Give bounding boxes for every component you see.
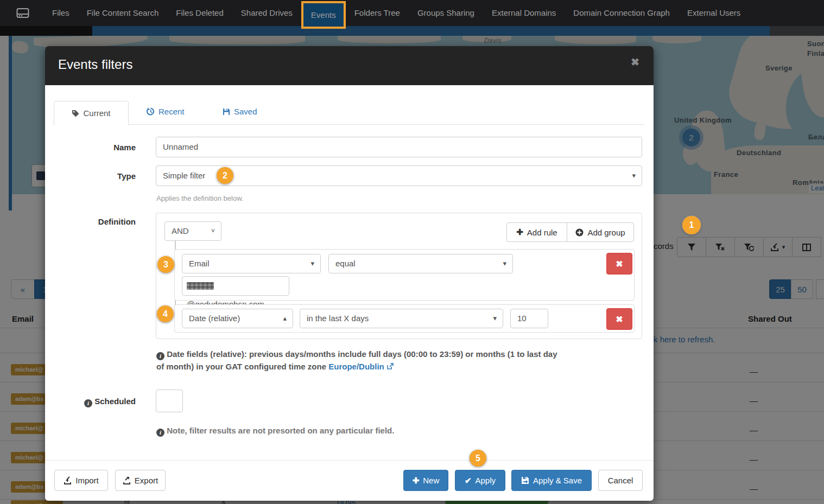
scheduled-label-text: Scheduled: [94, 397, 136, 406]
nav-item-domain-connection-graph[interactable]: Domain Connection Graph: [565, 0, 679, 26]
tab-saved[interactable]: Saved: [223, 107, 257, 116]
external-link-icon: [386, 363, 394, 370]
import-label: Import: [75, 476, 99, 485]
tab-label: Current: [83, 109, 110, 118]
info-line-2: of month) in your GAT configured time zo…: [156, 362, 326, 371]
name-input[interactable]: Unnamed: [156, 137, 642, 157]
annotation-step-1: 1: [682, 216, 701, 234]
annotation-step-4: 4: [157, 305, 174, 322]
rule-field-value: Email: [189, 259, 210, 268]
apply-button[interactable]: ✔ Apply: [455, 470, 505, 491]
rule-value-input[interactable]: @gedudemobsn.com: [182, 276, 289, 296]
type-help-text: Applies the definition below.: [156, 194, 243, 202]
nav-item-files[interactable]: Files: [43, 0, 78, 26]
note-text-content: Note, filter results are not presorted o…: [167, 426, 394, 435]
combinator-value: AND: [172, 226, 189, 235]
redacted-text: [187, 282, 214, 290]
new-label: New: [423, 476, 439, 485]
rule-field-select[interactable]: Email ▾: [182, 254, 321, 273]
add-group-label: Add group: [587, 228, 625, 237]
export-icon: [123, 476, 131, 484]
screen: Davis Suomi Finland Sverige United Kingd…: [0, 0, 824, 504]
hard-drive-icon[interactable]: [16, 8, 29, 18]
plus-icon: ✚: [413, 476, 420, 486]
cancel-label: Cancel: [608, 476, 633, 485]
rule-operator-select[interactable]: in the last X days ▾: [300, 309, 503, 328]
date-fields-info: i Date fields (relative): previous days/…: [156, 348, 585, 373]
save-arrow-icon: [521, 476, 529, 484]
rule-date-relative: Date (relative) ▴ in the last X days ▾ 1…: [174, 304, 635, 333]
add-rule-label: Add rule: [527, 228, 557, 237]
x-icon: ✖: [616, 259, 623, 269]
rule-field-value: Date (relative): [189, 314, 240, 323]
nav-item-folders-tree[interactable]: Folders Tree: [346, 0, 409, 26]
history-icon: [147, 107, 155, 116]
combinator-select[interactable]: AND ˅: [164, 221, 221, 241]
footer-divider: [45, 460, 654, 461]
annotation-step-5: 5: [470, 450, 486, 467]
modal-title: Events filters: [58, 57, 132, 72]
type-label: Type: [45, 171, 136, 181]
nav-item-groups-sharing[interactable]: Groups Sharing: [409, 0, 483, 26]
tab-recent[interactable]: Recent: [147, 107, 185, 116]
scheduled-label: i Scheduled: [45, 397, 136, 407]
nav-item-shared-drives[interactable]: Shared Drives: [232, 0, 301, 26]
add-rule-button[interactable]: ✚ Add rule: [506, 222, 567, 242]
nav-item-external-users[interactable]: External Users: [679, 0, 749, 26]
modal-tabbar: Current Recent Saved: [54, 100, 645, 125]
rule-field-select[interactable]: Date (relative) ▴: [182, 309, 293, 328]
apply-save-button[interactable]: Apply & Save: [511, 470, 592, 491]
chevron-down-icon: ▾: [310, 254, 314, 273]
days-value-input[interactable]: 10: [510, 309, 548, 328]
modal-header: Events filters ✖: [45, 46, 654, 85]
delete-rule-button[interactable]: ✖: [606, 308, 632, 330]
rule-operator-select[interactable]: equal ▾: [328, 254, 513, 273]
apply-label: Apply: [476, 476, 496, 485]
note-text: i Note, filter results are not presorted…: [156, 426, 394, 437]
chevron-down-icon: ▾: [493, 309, 497, 328]
export-button[interactable]: Export: [115, 470, 166, 491]
plus-circle-icon: [575, 228, 584, 237]
cancel-button[interactable]: Cancel: [598, 470, 643, 491]
import-button[interactable]: Import: [54, 470, 108, 491]
chevron-down-icon: ▾: [632, 166, 636, 186]
x-icon: ✖: [616, 314, 623, 324]
nav-item-events-active[interactable]: Events: [301, 1, 346, 29]
import-icon: [64, 476, 72, 484]
tag-icon: [72, 110, 79, 117]
apply-save-label: Apply & Save: [533, 476, 582, 485]
close-icon[interactable]: ✖: [631, 56, 639, 68]
info-icon: i: [84, 399, 92, 407]
annotation-step-3: 3: [157, 256, 174, 273]
name-label: Name: [45, 143, 136, 152]
floppy-icon: [223, 108, 230, 116]
nav-item-external-domains[interactable]: External Domains: [483, 0, 565, 26]
add-group-button[interactable]: Add group: [567, 222, 634, 242]
main-navbar: Files File Content Search Files Deleted …: [0, 0, 824, 26]
scheduled-checkbox[interactable]: [156, 390, 183, 412]
nav-item-files-deleted[interactable]: Files Deleted: [167, 0, 232, 26]
chevron-up-icon: ▴: [283, 309, 287, 328]
plus-icon: ✚: [516, 227, 523, 237]
new-button[interactable]: ✚ New: [403, 470, 448, 491]
nav-item-file-content-search[interactable]: File Content Search: [78, 0, 168, 26]
rule-operator-value: equal: [335, 259, 356, 268]
annotation-step-2: 2: [217, 167, 233, 184]
delete-rule-button[interactable]: ✖: [606, 253, 632, 275]
tab-current[interactable]: Current: [54, 101, 129, 125]
type-select-value: Simple filter: [163, 171, 205, 180]
info-icon: i: [156, 429, 164, 437]
rule-operator-value: in the last X days: [307, 314, 369, 323]
chevron-down-icon: ˅: [211, 222, 215, 240]
tab-label: Saved: [234, 107, 257, 116]
info-line-1: Date fields (relative): previous days/mo…: [167, 349, 557, 359]
definition-builder: AND ˅ ✚ Add rule Add group Email ▾ equal…: [156, 213, 642, 339]
chevron-down-icon: ▾: [503, 254, 506, 273]
definition-label: Definition: [45, 217, 136, 226]
check-icon: ✔: [465, 476, 472, 486]
info-icon: i: [156, 352, 164, 360]
export-label: Export: [135, 476, 158, 485]
events-filters-modal: Events filters ✖ Current Recent Saved Na…: [45, 46, 654, 501]
timezone-link[interactable]: Europe/Dublin: [328, 362, 384, 371]
rule-email: Email ▾ equal ▾ ✖ @gedudemobsn.com: [174, 249, 635, 301]
